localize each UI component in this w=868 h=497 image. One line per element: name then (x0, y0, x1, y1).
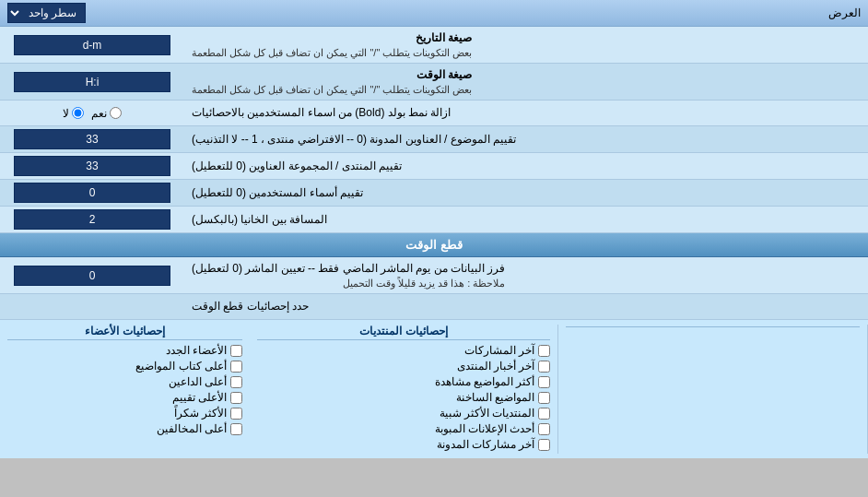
topics-order-label: تقييم الموضوع / العناوين المدونة (0 -- ا… (184, 126, 868, 152)
checkbox-most-viewed[interactable] (538, 376, 550, 388)
check-item-most-viewed: أكثر المواضيع مشاهدة (257, 375, 551, 388)
check-item-top-rated: الأعلى تقييم (7, 391, 242, 404)
users-order-label: تقييم أسماء المستخدمين (0 للتعطيل) (184, 180, 868, 206)
time-format-input[interactable] (14, 72, 170, 92)
checkbox-forum-news[interactable] (538, 361, 550, 373)
checkbox-classifieds[interactable] (538, 423, 550, 435)
checkboxes-section: إحصائيات المنتديات آخر المشاركات آخر أخب… (0, 320, 868, 458)
distance-input-cell (0, 207, 184, 232)
top-label: العرض (828, 6, 861, 19)
col1-header: إحصائيات الأعضاء (7, 325, 242, 340)
forum-order-label: تقييم المنتدى / المجموعة العناوين (0 للت… (184, 153, 868, 179)
checkbox-blog-posts[interactable] (538, 439, 550, 451)
forum-order-input-cell (0, 153, 184, 179)
col2-header: إحصائيات المنتديات (257, 325, 551, 340)
time-format-label: صيغة الوقت بعض التكوينات يتطلب "/" التي … (184, 64, 868, 100)
distance-input[interactable] (14, 209, 170, 230)
date-format-input-cell (0, 27, 184, 63)
date-format-input[interactable] (14, 35, 170, 55)
stats-limit-cell (0, 294, 184, 319)
remove-bold-label: ازالة نمط بولد (Bold) من اسماء المستخدمي… (184, 101, 868, 125)
time-cut-input-cell (0, 257, 184, 293)
time-cut-header: قطع الوقت (0, 233, 868, 257)
distance-label: المسافة بين الخانيا (بالبكسل) (184, 207, 868, 232)
time-format-input-cell (0, 64, 184, 100)
stats-limit-label: حدد إحصائيات قطع الوقت (184, 294, 868, 319)
radio-yes[interactable] (110, 107, 122, 119)
checkbox-top-topic-writers[interactable] (230, 361, 242, 373)
check-item-most-thanks: الأكثر شكراً (7, 407, 242, 420)
display-select[interactable]: سطر واحدسطرانثلاثة أسطر (7, 3, 86, 23)
topics-order-input-cell (0, 126, 184, 152)
remove-bold-radio-cell: نعم لا (0, 101, 184, 125)
checkbox-most-thanks[interactable] (230, 408, 242, 420)
check-item-forum-news: آخر أخبار المنتدى (257, 360, 551, 373)
check-item-shares: آخر المشاركات (257, 344, 551, 357)
forum-order-input[interactable] (14, 156, 170, 176)
checkboxes-col2: إحصائيات المنتديات آخر المشاركات آخر أخب… (250, 325, 559, 454)
topics-order-input[interactable] (14, 129, 170, 149)
checkbox-top-inviters[interactable] (230, 376, 242, 388)
time-cut-label: فرز البيانات من يوم الماشر الماضي فقط --… (184, 257, 868, 293)
date-format-label: صيغة التاريخ بعض التكوينات يتطلب "/" الت… (184, 27, 868, 63)
users-order-input[interactable] (14, 183, 170, 203)
radio-yes-label[interactable]: نعم (91, 107, 122, 120)
check-item-similar-forums: المنتديات الأكثر شبية (257, 407, 551, 420)
check-item-classifieds: أحدث الإعلانات المبوبة (257, 422, 551, 435)
checkbox-top-rated[interactable] (230, 392, 242, 404)
checkboxes-col3 (558, 325, 868, 454)
check-item-top-violators: أعلى المخالفين (7, 422, 242, 435)
check-item-new-members: الأعضاء الجدد (7, 344, 242, 357)
users-order-input-cell (0, 180, 184, 206)
check-item-top-inviters: أعلى الداعين (7, 375, 242, 388)
checkbox-hot-topics[interactable] (538, 392, 550, 404)
checkbox-shares[interactable] (538, 345, 550, 357)
check-item-top-topic-writers: أعلى كتاب المواضيع (7, 360, 242, 373)
checkboxes-col1: إحصائيات الأعضاء الأعضاء الجدد أعلى كتاب… (0, 325, 250, 454)
time-cut-input[interactable] (14, 266, 170, 286)
checkbox-top-violators[interactable] (230, 423, 242, 435)
checkbox-similar-forums[interactable] (538, 408, 550, 420)
radio-no-label[interactable]: لا (63, 107, 84, 120)
checkbox-new-members[interactable] (230, 345, 242, 357)
radio-no[interactable] (72, 107, 84, 119)
check-item-hot-topics: المواضيع الساخنة (257, 391, 551, 404)
col3-header (566, 325, 860, 327)
check-item-blog-posts: آخر مشاركات المدونة (257, 438, 551, 451)
